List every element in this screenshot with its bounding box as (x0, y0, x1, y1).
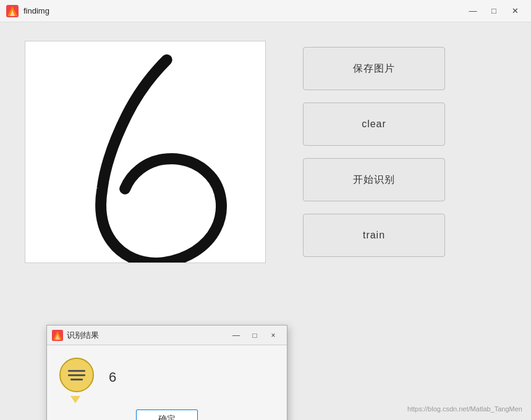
minimize-button[interactable]: — (463, 3, 483, 19)
dialog-content-row: 6 (59, 358, 116, 397)
dialog-controls: — □ × (227, 329, 282, 342)
line-bar-1 (68, 370, 85, 372)
watermark: https://blog.csdn.net/Matlab_TangMen (407, 405, 522, 413)
dialog-body: 6 确定 (47, 345, 287, 420)
main-content: 保存图片 clear 开始识别 train https://blog.csdn.… (0, 22, 531, 420)
dialog-minimize-button[interactable]: — (227, 329, 245, 342)
bubble-tail (70, 396, 80, 403)
clear-button[interactable]: clear (303, 103, 445, 146)
buttons-panel: 保存图片 clear 开始识别 train (303, 41, 445, 257)
maximize-button[interactable]: □ (484, 3, 504, 19)
dialog-title-bar: 识别结果 — □ × (47, 326, 287, 345)
dialog-maximize-button[interactable]: □ (246, 329, 263, 342)
title-bar: findimg — □ ✕ (0, 0, 531, 22)
app-icon (6, 5, 19, 17)
speech-bubble-circle (59, 358, 94, 392)
speech-bubble (59, 358, 99, 397)
lines-icon (68, 370, 85, 380)
line-bar-3 (70, 379, 83, 380)
dialog-title: 识别结果 (67, 330, 224, 341)
dialog-window: 识别结果 — □ × (46, 325, 287, 420)
recognize-button[interactable]: 开始识别 (303, 158, 445, 201)
drawing-canvas[interactable] (25, 41, 266, 263)
digit-display (25, 41, 265, 262)
recognition-result: 6 (109, 369, 116, 385)
train-button[interactable]: train (303, 214, 445, 257)
save-button[interactable]: 保存图片 (303, 47, 445, 90)
dialog-close-button[interactable]: × (265, 329, 282, 342)
ok-button[interactable]: 确定 (136, 410, 198, 420)
dialog-app-icon (52, 330, 63, 341)
close-button[interactable]: ✕ (505, 3, 525, 19)
window-title: findimg (23, 6, 463, 15)
window-controls: — □ ✕ (463, 3, 525, 19)
line-bar-2 (68, 374, 85, 376)
